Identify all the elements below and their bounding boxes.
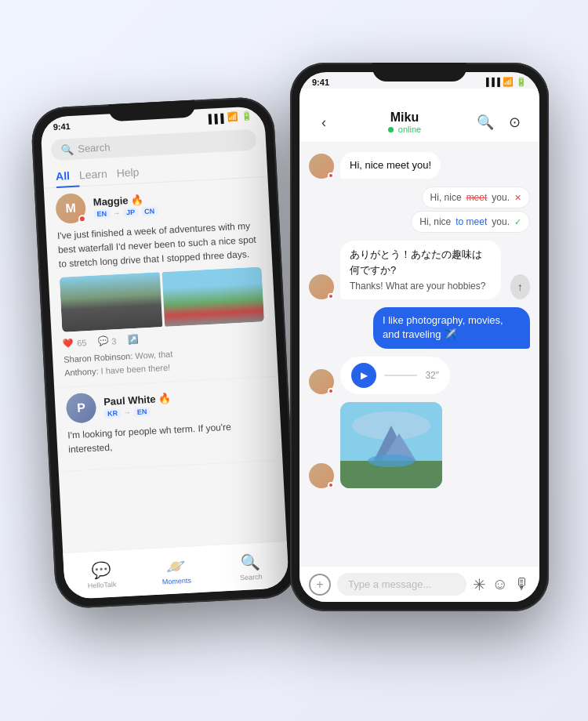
correction-bubbles: Hi, nice meet you. ✕ Hi, nice to meet yo… bbox=[411, 187, 530, 233]
correct-word: to meet bbox=[456, 216, 487, 227]
back-status-icons: ▐▐▐ 📶 🔋 bbox=[205, 111, 252, 124]
nav-hellotalk-label: HelloTalk bbox=[88, 580, 117, 589]
contact-name: Miku bbox=[388, 111, 421, 125]
bottom-nav: 💬 HelloTalk 🪐 Moments 🔍 Search bbox=[63, 541, 289, 600]
miku-online-dot-4 bbox=[328, 482, 334, 488]
front-notch bbox=[372, 63, 466, 82]
bubble-jp: ありがとう！あなたの趣味は何ですか? Thanks! What are your… bbox=[340, 241, 501, 299]
post-1-images bbox=[60, 266, 264, 332]
nav-hellotalk[interactable]: 💬 HelloTalk bbox=[63, 549, 140, 600]
online-indicator bbox=[78, 215, 87, 223]
miku-online-dot-3 bbox=[328, 388, 334, 394]
back-time: 9:41 bbox=[53, 121, 71, 131]
lang-en: EN bbox=[93, 208, 110, 219]
like-action[interactable]: ❤️ 65 bbox=[63, 337, 87, 349]
correction-right: Hi, nice to meet you. ✓ bbox=[411, 211, 530, 233]
paul-avatar: P bbox=[66, 393, 97, 424]
post-img-house bbox=[162, 266, 264, 327]
tab-help[interactable]: Help bbox=[116, 161, 149, 184]
search-nav-icon: 🔍 bbox=[240, 553, 260, 572]
settings-button[interactable]: ⊙ bbox=[503, 111, 527, 134]
nav-moments-label: Moments bbox=[162, 576, 191, 585]
back-screen: 9:41 ▐▐▐ 📶 🔋 🔍 Search All Learn Help M bbox=[40, 106, 289, 600]
post-2: P Paul White 🔥 KR → EN I'm looking for p… bbox=[55, 382, 283, 472]
miku-online-dot bbox=[328, 172, 334, 179]
miku-avatar-4 bbox=[309, 463, 334, 488]
nav-search[interactable]: 🔍 Search bbox=[212, 542, 289, 592]
chat-header: ‹ Miku online 🔍 ⊙ bbox=[299, 89, 539, 143]
like-count: 65 bbox=[77, 338, 87, 348]
japanese-text: ありがとう！あなたの趣味は何ですか? bbox=[350, 247, 492, 277]
play-button[interactable]: ▶ bbox=[351, 363, 376, 388]
check-icon: ✓ bbox=[514, 217, 521, 227]
sparkle-icon[interactable]: ✳ bbox=[473, 575, 486, 594]
front-wifi-icon: 📶 bbox=[503, 77, 514, 86]
miku-avatar-2 bbox=[309, 274, 334, 299]
lang-kr: KR bbox=[104, 408, 122, 418]
post-1: M Maggie 🔥 EN → JP CN I've just finished… bbox=[44, 183, 278, 389]
online-dot-indicator bbox=[388, 127, 394, 132]
post-img-road bbox=[60, 272, 162, 332]
front-battery-icon: 🔋 bbox=[516, 77, 527, 86]
add-button[interactable]: + bbox=[309, 574, 331, 596]
nav-moments[interactable]: 🪐 Moments bbox=[137, 545, 214, 596]
front-phone: 9:41 ▐▐▐ 📶 🔋 ‹ Miku online 🔍 ⊙ bbox=[290, 63, 549, 611]
msg-row-6 bbox=[309, 402, 530, 488]
post-2-user-info: Paul White 🔥 KR → EN bbox=[103, 387, 269, 418]
miku-avatar-1 bbox=[309, 154, 334, 179]
tab-learn[interactable]: Learn bbox=[78, 162, 117, 186]
voice-duration: 32″ bbox=[425, 370, 439, 381]
input-bar: + Type a message... ✳ ☺ 🎙 bbox=[299, 566, 539, 602]
msg-row-1: Hi, nice meet you! bbox=[309, 152, 530, 179]
moments-icon: 🪐 bbox=[165, 556, 186, 575]
lang-jp: JP bbox=[123, 207, 139, 217]
tab-all[interactable]: All bbox=[55, 164, 79, 187]
chat-header-center: Miku online bbox=[388, 111, 421, 134]
input-placeholder: Type a message... bbox=[348, 578, 431, 590]
back-button[interactable]: ‹ bbox=[312, 111, 336, 134]
contact-status: online bbox=[388, 125, 421, 134]
voice-waveform bbox=[384, 375, 417, 376]
bubble-sent: I like photography, movies, and travelin… bbox=[373, 307, 530, 348]
post-2-header: P Paul White 🔥 KR → EN bbox=[66, 383, 270, 423]
correction-wrong: Hi, nice meet you. ✕ bbox=[422, 187, 530, 208]
miku-online-dot-2 bbox=[328, 293, 334, 299]
search-icon: 🔍 bbox=[60, 143, 74, 156]
chat-image bbox=[340, 402, 442, 488]
comment-action[interactable]: 💬 3 bbox=[97, 335, 117, 346]
post-1-comments: Sharon Robinson: Wow, that Anthony: I ha… bbox=[64, 342, 267, 379]
msg-row-3: ありがとう！あなたの趣味は何ですか? Thanks! What are your… bbox=[309, 241, 530, 299]
share-action[interactable]: ↗️ bbox=[127, 335, 139, 346]
msg-row-4: I like photography, movies, and travelin… bbox=[309, 307, 530, 348]
battery-icon: 🔋 bbox=[241, 111, 252, 122]
miku-avatar-3 bbox=[309, 369, 334, 394]
search-placeholder: Search bbox=[78, 141, 111, 154]
post-1-user-info: Maggie 🔥 EN → JP CN bbox=[93, 187, 258, 219]
status-text: online bbox=[398, 125, 421, 134]
voice-message[interactable]: ▶ 32″ bbox=[340, 357, 450, 394]
post-1-header: M Maggie 🔥 EN → JP CN bbox=[55, 184, 259, 224]
emoji-icon[interactable]: ☺ bbox=[492, 575, 508, 593]
comment-count: 3 bbox=[111, 336, 117, 346]
svg-point-5 bbox=[368, 455, 415, 467]
maggie-avatar: M bbox=[55, 193, 86, 224]
lang-en2: EN bbox=[134, 407, 151, 417]
english-translation: Thanks! What are your hobbies? bbox=[350, 279, 492, 293]
landscape-svg bbox=[340, 402, 442, 488]
search-chat-button[interactable]: 🔍 bbox=[474, 111, 497, 134]
wrong-word: meet bbox=[466, 192, 488, 203]
commenter-2: Anthony: bbox=[64, 366, 101, 377]
scroll-up-button[interactable]: ↑ bbox=[510, 274, 530, 299]
front-status-icons: ▐▐▐ 📶 🔋 bbox=[484, 77, 527, 87]
front-screen: 9:41 ▐▐▐ 📶 🔋 ‹ Miku online 🔍 ⊙ bbox=[299, 72, 539, 602]
post-2-text: I'm looking for people wh term. If you'r… bbox=[67, 418, 271, 456]
nav-search-label: Search bbox=[240, 572, 263, 581]
msg-row-5: ▶ 32″ bbox=[309, 357, 530, 394]
signal-icon: ▐▐▐ bbox=[205, 113, 224, 123]
input-icons: ✳ ☺ 🎙 bbox=[473, 575, 530, 594]
messages-area: Hi, nice meet you! Hi, nice meet you. ✕ … bbox=[299, 143, 539, 566]
mic-icon[interactable]: 🎙 bbox=[514, 575, 530, 593]
message-input[interactable]: Type a message... bbox=[337, 573, 466, 596]
front-time: 9:41 bbox=[312, 78, 329, 87]
lang-cn: CN bbox=[141, 206, 158, 216]
